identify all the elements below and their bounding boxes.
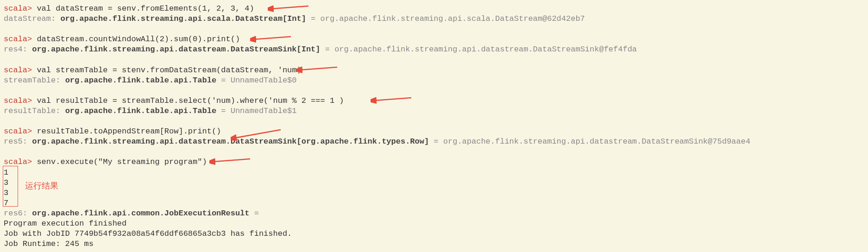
output-line: 3 bbox=[4, 188, 864, 198]
value-text: org.apache.flink.streaming.api.scala.Dat… bbox=[321, 14, 585, 23]
command-text: val dataStream = senv.fromElements(1, 2,… bbox=[32, 4, 254, 13]
output-line: 7 bbox=[4, 198, 864, 208]
program-output: 7 bbox=[4, 199, 8, 208]
output-line: Program execution finished bbox=[4, 219, 864, 229]
output-line: streamTable: org.apache.flink.table.api.… bbox=[4, 76, 864, 86]
svg-line-5 bbox=[213, 159, 250, 162]
type-text: org.apache.flink.streaming.api.scala.Dat… bbox=[60, 14, 306, 23]
value-text: UnnamedTable$0 bbox=[231, 76, 297, 85]
blank-line bbox=[4, 86, 864, 96]
scala-prompt: scala> bbox=[4, 35, 32, 44]
equals-text: = bbox=[250, 209, 259, 218]
scala-prompt: scala> bbox=[4, 66, 32, 75]
var-name: res5: bbox=[4, 137, 32, 146]
annotation-arrow-icon bbox=[231, 128, 282, 141]
code-line: scala> val resultTable = streamTable.sel… bbox=[4, 96, 864, 106]
scala-prompt: scala> bbox=[4, 4, 32, 13]
svg-line-4 bbox=[234, 130, 281, 138]
svg-line-0 bbox=[271, 6, 308, 9]
blank-line bbox=[4, 147, 864, 157]
program-output: 1 bbox=[4, 168, 8, 177]
output-line: res4: org.apache.flink.streaming.api.dat… bbox=[4, 44, 864, 55]
code-line: scala> val streamTable = stenv.fromDataS… bbox=[4, 65, 864, 76]
exec-text: Job with JobID 7749b54f932a08a54f6ddf668… bbox=[4, 229, 292, 238]
var-name: dataStream: bbox=[4, 14, 60, 23]
type-text: org.apache.flink.streaming.api.datastrea… bbox=[32, 45, 320, 54]
svg-line-3 bbox=[374, 98, 411, 101]
annotation-arrow-icon bbox=[209, 156, 251, 166]
code-line: scala> dataStream.countWindowAll(2).sum(… bbox=[4, 34, 864, 44]
equals-text: = bbox=[216, 107, 231, 115]
svg-line-1 bbox=[254, 37, 291, 39]
svg-line-2 bbox=[300, 67, 337, 70]
output-line: 3 bbox=[4, 178, 864, 188]
equals-text: = bbox=[429, 137, 443, 146]
annotation-arrow-icon bbox=[268, 3, 309, 13]
var-name: res4: bbox=[4, 45, 32, 54]
exec-text: Job Runtime: 245 ms bbox=[4, 239, 94, 248]
output-line: resultTable: org.apache.flink.table.api.… bbox=[4, 106, 864, 116]
value-text: org.apache.flink.streaming.api.datastrea… bbox=[334, 45, 637, 54]
equals-text: = bbox=[321, 45, 335, 54]
type-text: org.apache.flink.table.api.Table bbox=[65, 107, 216, 115]
exec-text: Program execution finished bbox=[4, 219, 126, 228]
annotation-arrow-icon bbox=[371, 94, 412, 105]
var-name: res6: bbox=[4, 209, 32, 218]
output-line: res5: org.apache.flink.streaming.api.dat… bbox=[4, 137, 864, 147]
scala-prompt: scala> bbox=[4, 96, 32, 105]
blank-line bbox=[4, 24, 864, 34]
var-name: resultTable: bbox=[4, 107, 65, 115]
command-text: val streamTable = stenv.fromDataStream(d… bbox=[32, 66, 302, 75]
type-text: org.apache.flink.api.common.JobExecution… bbox=[32, 209, 249, 218]
code-line: scala> senv.execute("My streaming progra… bbox=[4, 157, 864, 167]
output-line: res6: org.apache.flink.api.common.JobExe… bbox=[4, 208, 864, 219]
scala-prompt: scala> bbox=[4, 127, 32, 136]
blank-line bbox=[4, 116, 864, 126]
command-text: dataStream.countWindowAll(2).sum(0).prin… bbox=[32, 35, 240, 44]
annotation-arrow-icon bbox=[250, 33, 292, 44]
code-line: scala> resultTable.toAppendStream[Row].p… bbox=[4, 126, 864, 137]
equals-text: = bbox=[306, 14, 321, 23]
equals-text: = bbox=[216, 76, 231, 85]
output-line: 1 bbox=[4, 168, 864, 178]
annotation-arrow-icon bbox=[296, 64, 338, 74]
value-text: org.apache.flink.streaming.api.datastrea… bbox=[443, 137, 750, 146]
code-line: scala> val dataStream = senv.fromElement… bbox=[4, 4, 864, 14]
result-label-annotation: 运行结果 bbox=[25, 181, 58, 191]
program-output: 3 bbox=[4, 189, 8, 197]
type-text: org.apache.flink.table.api.Table bbox=[65, 76, 216, 85]
command-text: resultTable.toAppendStream[Row].print() bbox=[32, 127, 221, 136]
output-line: Job Runtime: 245 ms bbox=[4, 239, 864, 249]
command-text: senv.execute("My streaming program") bbox=[32, 158, 207, 166]
command-text: val resultTable = streamTable.select('nu… bbox=[32, 96, 344, 105]
output-line: Job with JobID 7749b54f932a08a54f6ddf668… bbox=[4, 229, 864, 239]
var-name: streamTable: bbox=[4, 76, 65, 85]
blank-line bbox=[4, 55, 864, 65]
value-text: UnnamedTable$1 bbox=[231, 107, 297, 115]
scala-prompt: scala> bbox=[4, 158, 32, 166]
output-line: dataStream: org.apache.flink.streaming.a… bbox=[4, 14, 864, 24]
program-output: 3 bbox=[4, 178, 8, 187]
